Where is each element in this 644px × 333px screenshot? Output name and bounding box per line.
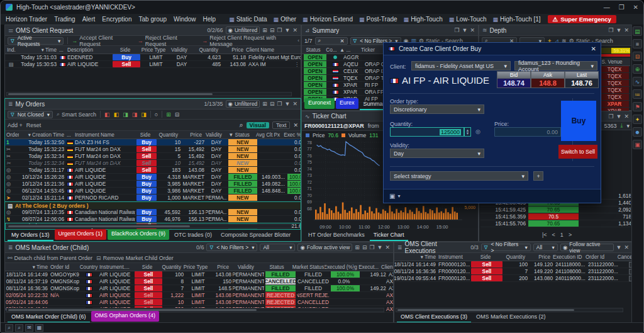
pin-icon[interactable]: ▼ — [616, 244, 622, 251]
menu-item-trading[interactable]: Trading — [54, 16, 75, 23]
tab-oms-client-executions-3-[interactable]: OMS Client Executions (3) — [397, 312, 471, 323]
table-row[interactable]: ➤02/12/24 15:21:14PERNOD RICARDBuy1,000M… — [5, 195, 301, 201]
view-select[interactable]: All▾ — [533, 244, 558, 251]
alert-icon[interactable]: ⚑ — [633, 102, 642, 111]
close-button[interactable]: ✕ — [633, 4, 638, 11]
close-panel-icon[interactable]: ✕ — [292, 27, 297, 33]
save-layout-icon[interactable]: ▣ — [633, 140, 642, 149]
column-header[interactable]: ▾ Time — [18, 46, 58, 54]
menu-item-window[interactable]: Window — [174, 16, 196, 23]
strategy-select[interactable]: Select strategy▾ — [390, 171, 528, 181]
chart-icon[interactable]: ∿ — [633, 77, 642, 86]
buy-button[interactable]: Buy — [561, 101, 596, 141]
detach-child-button[interactable]: ⚯Detach child from Parent Order — [8, 255, 92, 261]
menu-item-alert[interactable]: Alert — [82, 16, 96, 23]
duplicate-icon[interactable]: ❐ — [608, 113, 613, 120]
tab-euronext[interactable]: Euronext — [304, 98, 335, 109]
follow-active-view[interactable]: ◉Follow active view — [560, 244, 614, 251]
table-row[interactable]: 1Today 15:32:50DAX Z3 H4 FSBuy10-227DAYN… — [5, 139, 301, 146]
table-row[interactable]: ◎09/07/24 13:10:35Canadian National Rail… — [5, 209, 301, 216]
chevron-down-icon[interactable]: ▾ — [626, 123, 630, 129]
table-row[interactable]: 18/11/24 16:14:49OMGOYpK9jAIR LIQUIDESel… — [5, 271, 393, 278]
h-scrollbar[interactable] — [396, 308, 623, 312]
chevron-down-icon[interactable]: ▾ — [397, 193, 400, 199]
table-row[interactable]: TQEX — [597, 87, 630, 94]
column-header[interactable]: Status — [262, 263, 292, 271]
column-header[interactable]: Avg Clt Px — [253, 131, 281, 138]
toolbar-button-high-touch[interactable]: ▦High-Touch — [404, 16, 443, 23]
column-header[interactable]: Avg Execut... — [353, 263, 380, 271]
text-toggle[interactable]: Text — [272, 121, 291, 129]
column-header[interactable]: Cancelled — [617, 253, 632, 261]
menu-item-encryption[interactable]: Encryption — [102, 16, 131, 23]
table-row[interactable]: 05/01/24 18:44:06AIR LIQUIDESell10LIMIT1… — [5, 299, 393, 306]
column-header[interactable]: Description — [66, 46, 111, 54]
column-header[interactable]: ▾ Time — [394, 253, 437, 261]
add-button[interactable]: Add + — [8, 122, 23, 128]
column-header[interactable]: Validity — [168, 46, 191, 54]
close-panel-icon[interactable]: ✕ — [292, 101, 297, 107]
column-header[interactable]: Instrument Name — [74, 131, 135, 138]
summary-search-input[interactable]: ⌕✕ — [315, 37, 348, 45]
table-row[interactable]: ▤Today 15:30:53AIR LIQUIDESellLIMITDAY48… — [5, 61, 301, 68]
settings-window-icon[interactable]: ⊟ — [270, 101, 275, 107]
column-header[interactable]: Client Name — [245, 46, 301, 54]
tab-oms-market-order-child-6-[interactable]: OMS Market Order (Child) (6) — [8, 312, 90, 323]
tab-oms-orphan-orders-4-[interactable]: OMS Orphan Orders (4) — [91, 311, 160, 322]
table-row[interactable]: ✂Today 15:32:34FUT Mar24 on DAXSell515,4… — [5, 153, 301, 160]
account-select[interactable]: fidamus_123 - Rounding Account▾ — [514, 61, 597, 71]
duplicate-icon[interactable]: ❐ — [369, 244, 374, 251]
view-select[interactable]: All▾ — [260, 244, 295, 251]
filter-select[interactable]: ∇< No Filters >▾ — [206, 244, 257, 251]
page-control[interactable]: |< — [542, 232, 547, 238]
toolbar-button-other[interactable]: ▦Other — [274, 16, 297, 23]
add-strategy-button[interactable]: + — [533, 171, 543, 181]
close-search-icon[interactable]: ✕ — [293, 122, 298, 128]
sell-order-icon[interactable]: ◧ — [114, 111, 119, 118]
tab-ticker-chart[interactable]: Ticker Chart — [370, 230, 408, 241]
settings-window-icon[interactable]: ⊟ — [362, 244, 367, 251]
page-control[interactable]: < — [552, 232, 555, 238]
quantity-input[interactable]: 125000 — [390, 127, 464, 137]
menu-item-tab-group[interactable]: Tab group — [139, 16, 167, 23]
toolbar-button-high-touch-1-[interactable]: ▦High-Touch [1] — [493, 16, 541, 23]
save-icon[interactable]: ▣ — [389, 193, 395, 200]
table-row[interactable]: Today 15:31:03EDENREDBuyLIMITDAY4,62351.… — [5, 54, 301, 61]
settings-window-icon[interactable]: ⊟ — [270, 27, 275, 33]
new-window-icon[interactable]: ⊞ — [262, 27, 267, 33]
table-row[interactable]: TQEX — [597, 73, 630, 80]
column-header[interactable]: Validity — [203, 131, 225, 138]
reject-with-message-button[interactable]: →Reject Client Request with Message — [202, 35, 298, 47]
table-row[interactable]: 08/11/24 16:37:19OMGNSKop9AIR LIQUIDESel… — [5, 278, 393, 285]
client-select[interactable]: fidamus - Fidelity Asset Mgt US▾ — [411, 61, 511, 71]
column-header[interactable]: Executed (%) — [325, 263, 353, 271]
menu-item-help[interactable]: Help — [203, 16, 216, 23]
table-row[interactable]: XPAR — [597, 101, 630, 108]
h-scrollbar[interactable] — [6, 224, 292, 229]
h-scrollbar[interactable] — [6, 308, 384, 312]
remove-child-button[interactable]: ⊟Remove Market Child Order — [96, 255, 174, 261]
toolbar-button-post-trade[interactable]: ▦Post-Trade — [359, 16, 397, 23]
price-input[interactable]: 0.00 — [494, 127, 561, 137]
grid-icon[interactable]: ▦ — [35, 324, 43, 332]
search-parent-icon[interactable]: ⌕ — [15, 324, 23, 332]
column-header[interactable]: ... — [65, 131, 74, 138]
table-row[interactable]: 18/11/24 16:14:49FR0000120...Sell100149.… — [394, 261, 632, 268]
table-row[interactable]: 02/05/24 10:22:32N/AAIR LIQUIDESell1,222… — [5, 292, 393, 299]
pin-icon[interactable]: ▼ — [462, 27, 468, 33]
column-header[interactable]: Side — [470, 253, 501, 261]
column-header[interactable]: ▾ Creation Time — [19, 131, 65, 138]
table-row[interactable]: 15:41:55.70670.651,134 — [480, 220, 631, 227]
column-header[interactable]: Client Name — [380, 263, 393, 271]
super-emergency-button[interactable]: ⚠ Super Emergency — [548, 15, 616, 23]
column-header[interactable]: Validity — [230, 263, 262, 271]
column-header[interactable]: Order — [5, 131, 19, 138]
filter-state[interactable]: ◉Unfiltered — [226, 26, 260, 34]
key-icon[interactable]: ✦ — [633, 115, 642, 124]
export-icon[interactable]: ⊟ — [175, 111, 180, 118]
maximize-button[interactable]: ❐ — [619, 4, 625, 11]
pin-icon[interactable]: ▼ — [616, 113, 622, 120]
download-icon[interactable]: ⤓ — [620, 122, 623, 129]
column-header[interactable]: ▲ ... — [338, 46, 360, 54]
tab-ht-order-benchmarks[interactable]: HT Order Benchmarks — [304, 230, 369, 241]
